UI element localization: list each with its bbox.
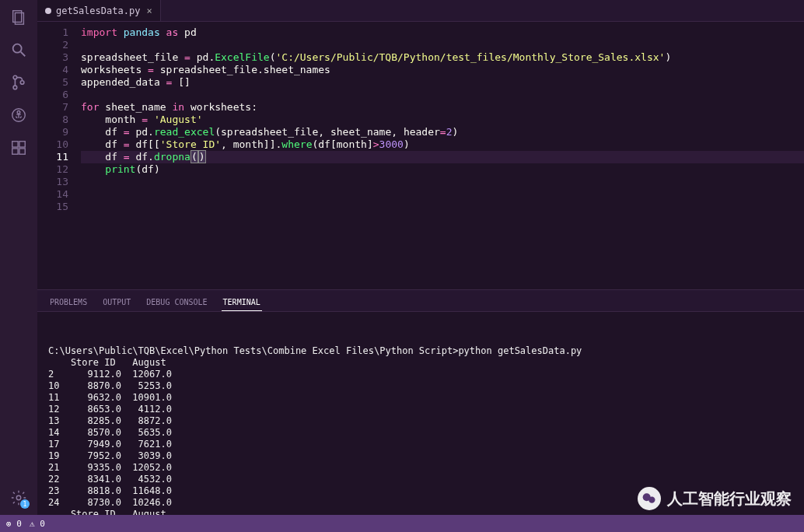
watermark: 人工智能行业观察 [638,487,792,510]
svg-rect-12 [19,149,25,154]
settings-gear-icon[interactable]: 1 [9,488,28,507]
file-modified-dot-icon [45,8,51,14]
panel-tabs: PROBLEMS OUTPUT DEBUG CONSOLE TERMINAL [37,290,804,312]
code-editor[interactable]: 123456789101112131415 import pandas as p… [37,22,804,289]
svg-point-13 [16,495,21,500]
debug-icon[interactable] [9,106,28,124]
extensions-icon[interactable] [9,138,28,157]
terminal-output[interactable]: C:\Users\Public\TQB\Excel\Python Tests\C… [37,312,804,515]
source-control-icon[interactable] [9,73,28,92]
explorer-icon[interactable] [9,8,28,26]
watermark-text: 人工智能行业观察 [667,488,792,509]
svg-point-5 [13,86,17,89]
tab-problems[interactable]: PROBLEMS [48,295,89,311]
line-number-gutter: 123456789101112131415 [37,26,81,289]
tab-filename: getSalesData.py [56,5,140,16]
svg-line-3 [21,52,26,57]
activity-bar: 1 [0,0,37,515]
svg-point-4 [13,75,17,79]
svg-rect-11 [12,149,18,154]
status-errors[interactable]: ⊗ 0 [6,519,22,529]
wechat-icon [638,487,661,510]
bottom-panel: PROBLEMS OUTPUT DEBUG CONSOLE TERMINAL C… [37,289,804,515]
svg-point-15 [648,497,655,503]
search-icon[interactable] [9,40,28,59]
tab-terminal[interactable]: TERMINAL [222,295,262,311]
status-warnings[interactable]: ⚠ 0 [30,519,45,529]
close-icon[interactable]: × [146,5,152,16]
status-bar: ⊗ 0 ⚠ 0 [0,515,804,532]
tab-output[interactable]: OUTPUT [101,295,132,311]
svg-rect-10 [19,142,25,147]
code-lines: import pandas as pd spreadsheet_file = p… [81,26,804,289]
svg-rect-9 [12,142,18,147]
svg-point-8 [17,111,20,114]
tab-debug-console[interactable]: DEBUG CONSOLE [145,295,208,311]
svg-point-6 [20,81,24,85]
svg-point-2 [13,44,22,53]
tab-getsalesdata[interactable]: getSalesData.py × [37,0,161,21]
editor-tabs: getSalesData.py × [37,0,804,22]
